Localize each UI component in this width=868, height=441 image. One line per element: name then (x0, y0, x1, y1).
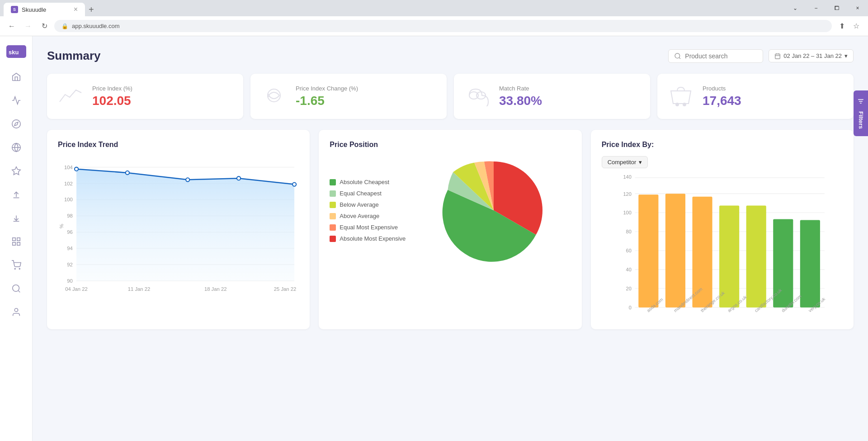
sidebar-item-grid[interactable] (6, 232, 26, 251)
svg-text:120: 120 (623, 191, 631, 197)
sidebar-item-alerts[interactable] (6, 161, 26, 181)
svg-text:100: 100 (64, 197, 73, 203)
svg-point-2 (12, 120, 20, 128)
metrics-row: Price Index (%) 102.05 Price Index Chang… (47, 74, 854, 119)
legend-item-absolute-most-expensive: Absolute Most Expensive (330, 235, 406, 242)
svg-marker-48 (76, 169, 294, 281)
price-change-value: -1.65 (296, 94, 358, 108)
sidebar-item-compass[interactable] (6, 114, 26, 134)
new-tab-button[interactable]: + (85, 3, 98, 16)
maximize-button[interactable]: ⧠ (826, 0, 847, 16)
svg-rect-78 (746, 206, 766, 308)
window-close-button[interactable]: × (847, 0, 868, 16)
svg-point-49 (75, 167, 78, 171)
browser-chrome: S Skuuudle × + ⌄ − ⧠ × ← → ↻ 🔒 app.skuuu… (0, 0, 868, 36)
bar-chart-card: Price Index By: Competitor ▾ 0 20 40 60 … (591, 130, 854, 329)
price-change-label: Price Index Change (%) (296, 85, 358, 92)
tab-list-button[interactable]: ⌄ (785, 0, 806, 16)
minimize-button[interactable]: − (806, 0, 826, 16)
price-position-card: Price Position Absolute Cheapest Equal C… (319, 130, 581, 329)
match-rate-icon (465, 85, 490, 108)
svg-rect-11 (12, 242, 15, 245)
competitor-dropdown-icon: ▾ (639, 159, 642, 166)
share-button[interactable]: ⬆ (835, 20, 848, 33)
legend-item-below-average: Below Average (330, 201, 406, 208)
forward-button[interactable]: → (22, 20, 34, 33)
svg-text:98: 98 (67, 213, 73, 218)
legend-dot-equal-most-expensive (330, 224, 336, 231)
date-dropdown-icon: ▾ (844, 52, 848, 59)
back-button[interactable]: ← (5, 20, 18, 33)
legend-dot-absolute-cheapest (330, 179, 336, 185)
sidebar-item-user[interactable] (6, 302, 26, 322)
browser-window-controls: ⌄ − ⧠ × (785, 0, 868, 16)
svg-text:92: 92 (67, 262, 73, 267)
date-range-picker[interactable]: 02 Jan 22 – 31 Jan 22 ▾ (769, 49, 854, 62)
price-change-icon (261, 85, 287, 108)
svg-line-16 (18, 290, 20, 292)
svg-text:40: 40 (626, 267, 631, 272)
sidebar-item-basket[interactable] (6, 255, 26, 275)
legend-item-above-average: Above Average (330, 213, 406, 219)
filters-icon (857, 98, 864, 105)
price-position-legend: Absolute Cheapest Equal Cheapest Below A… (330, 179, 406, 242)
page-header: Summary 02 Jan 22 – 31 Jan 22 ▾ (47, 49, 854, 63)
svg-point-18 (675, 53, 680, 58)
browser-tab-bar: S Skuuudle × + ⌄ − ⧠ × (0, 0, 868, 16)
svg-rect-9 (12, 238, 15, 241)
browser-tab[interactable]: S Skuuudle × (4, 3, 85, 16)
filters-tab[interactable]: Filters (854, 90, 868, 136)
price-index-icon (58, 85, 83, 108)
sidebar-item-home[interactable] (6, 67, 26, 87)
svg-rect-10 (17, 238, 19, 241)
svg-point-17 (14, 308, 18, 312)
svg-point-30 (683, 103, 686, 106)
svg-point-51 (186, 178, 189, 181)
competitor-dropdown[interactable]: Competitor ▾ (602, 156, 648, 168)
metric-card-price-index: Price Index (%) 102.05 (47, 74, 243, 119)
legend-dot-absolute-most-expensive (330, 236, 336, 242)
refresh-button[interactable]: ↻ (38, 20, 51, 33)
bar-chart-controls: Competitor ▾ (602, 156, 843, 168)
search-icon (674, 52, 681, 60)
products-value: 17,643 (703, 94, 741, 108)
metric-card-match-rate: Match Rate 33.80% (454, 74, 650, 119)
sidebar-item-upload[interactable] (6, 185, 26, 204)
bar-chart-svg: 0 20 40 60 80 100 120 140 (602, 174, 843, 318)
match-rate-info: Match Rate 33.80% (499, 85, 542, 108)
svg-point-14 (19, 268, 20, 269)
url-text: app.skuuudle.com (72, 23, 120, 29)
page-wrapper: sku (0, 36, 868, 441)
sidebar-item-search[interactable] (6, 279, 26, 299)
svg-rect-75 (665, 194, 685, 308)
svg-marker-6 (12, 167, 20, 175)
svg-text:60: 60 (626, 248, 631, 253)
address-bar[interactable]: 🔒 app.skuuudle.com (54, 20, 832, 32)
legend-dot-above-average (330, 213, 336, 219)
sidebar-item-analytics[interactable] (6, 90, 26, 110)
svg-text:25 Jan 22: 25 Jan 22 (274, 286, 297, 292)
svg-text:18 Jan 22: 18 Jan 22 (204, 286, 227, 292)
product-search-input[interactable] (685, 52, 757, 60)
svg-text:94: 94 (67, 246, 73, 251)
bookmark-button[interactable]: ☆ (850, 20, 863, 33)
main-content: Summary 02 Jan 22 – 31 Jan 22 ▾ (33, 36, 868, 441)
price-index-info: Price Index (%) 102.05 (92, 85, 132, 108)
search-box[interactable] (668, 49, 763, 63)
legend-label-below-average: Below Average (340, 201, 379, 208)
legend-item-equal-most-expensive: Equal Most Expensive (330, 224, 406, 231)
match-rate-value: 33.80% (499, 94, 542, 108)
page-title: Summary (47, 49, 101, 63)
svg-text:11 Jan 22: 11 Jan 22 (128, 286, 151, 292)
svg-text:04 Jan 22: 04 Jan 22 (65, 286, 88, 292)
svg-text:90: 90 (67, 278, 73, 284)
close-tab-button[interactable]: × (74, 5, 78, 14)
pie-chart-svg (439, 156, 548, 265)
sidebar-item-download[interactable] (6, 208, 26, 228)
trend-chart-title: Price Index Trend (58, 141, 299, 149)
sidebar-item-globe[interactable] (6, 138, 26, 157)
svg-rect-20 (775, 54, 780, 58)
price-index-trend-card: Price Index Trend 104 102 100 98 96 94 9… (47, 130, 310, 329)
price-change-info: Price Index Change (%) -1.65 (296, 85, 358, 108)
svg-point-15 (12, 285, 19, 292)
